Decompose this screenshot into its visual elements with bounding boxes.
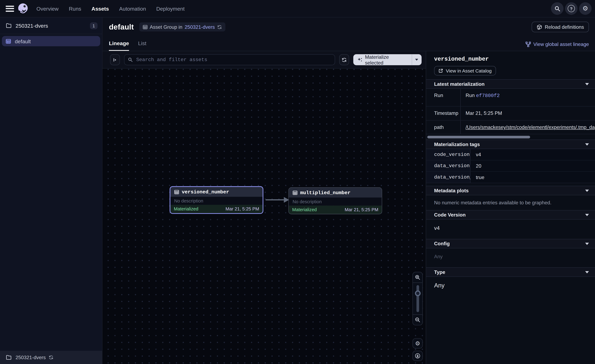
type-value: Any <box>426 277 595 297</box>
asset-details-panel: versioned_number View in Asset Catalog L… <box>426 51 595 364</box>
zoom-slider-thumb[interactable] <box>415 290 420 296</box>
asset-group-icon <box>6 38 11 44</box>
sidebar-footer-label: 250321-dvers <box>16 355 46 360</box>
lineage-toolbar: Materialize selected <box>102 51 426 69</box>
sidebar-group-count-badge: 1 <box>90 22 98 29</box>
sync-icon[interactable] <box>48 355 53 360</box>
table-row: data_version_is_user_provided true <box>426 172 595 183</box>
tab-lineage[interactable]: Lineage <box>109 40 129 51</box>
search-button[interactable] <box>551 2 563 15</box>
view-in-asset-catalog-button[interactable]: View in Asset Catalog <box>434 66 496 76</box>
download-graph-button[interactable] <box>412 351 423 361</box>
badge-group-link[interactable]: 250321-dvers <box>185 24 215 30</box>
page-title: default <box>109 22 134 31</box>
chevron-down-icon <box>585 271 589 273</box>
table-icon <box>142 25 148 29</box>
run-id-link[interactable]: ef7800f2 <box>476 93 500 98</box>
asset-node-multiplied-number[interactable]: multiplied_number No description Materia… <box>288 187 382 214</box>
external-link-icon <box>438 68 443 73</box>
search-icon <box>128 57 133 62</box>
code-version-value: v4 <box>426 219 595 239</box>
lineage-canvas[interactable]: versioned_number No description Material… <box>102 69 426 364</box>
config-value: Any <box>426 248 595 267</box>
sync-icon <box>342 57 347 62</box>
table-row: Timestamp Mar 21, 5:25 PM <box>426 106 595 121</box>
refresh-graph-button[interactable] <box>340 54 349 65</box>
panel-expand-icon <box>112 57 118 62</box>
zoom-slider-track <box>416 285 419 312</box>
lineage-graph-icon <box>525 42 531 47</box>
asset-node-timestamp: Mar 21, 5:25 PM <box>345 207 378 212</box>
nav-links: Overview Runs Assets Automation Deployme… <box>36 6 185 12</box>
section-code-version[interactable]: Code Version <box>426 210 595 220</box>
settings-button[interactable]: ⚙ <box>579 2 592 15</box>
chevron-down-icon <box>415 59 418 61</box>
badge-prefix: Asset Group in <box>150 24 183 30</box>
chevron-down-icon <box>585 242 589 245</box>
help-button[interactable]: ? <box>565 2 577 15</box>
reload-definitions-button[interactable]: Reload definitions <box>531 21 589 32</box>
nav-item-automation[interactable]: Automation <box>119 6 146 12</box>
zoom-controls <box>412 272 423 325</box>
view-tabs: Lineage List <box>109 40 147 51</box>
top-navbar: Overview Runs Assets Automation Deployme… <box>0 0 595 17</box>
asset-node-timestamp: Mar 21, 5:25 PM <box>226 206 259 211</box>
materialize-selected-button[interactable]: Materialize selected <box>354 54 422 65</box>
graph-settings-button[interactable]: ⚙ <box>412 338 423 349</box>
zoom-slider[interactable] <box>413 282 422 315</box>
sidebar-item-default[interactable]: default <box>2 36 100 46</box>
table-row: path /Users/smackesey/stm/code/elementl/… <box>426 121 595 134</box>
search-icon <box>554 6 560 12</box>
nav-item-deployment[interactable]: Deployment <box>156 6 185 12</box>
asset-search-box[interactable] <box>124 54 335 65</box>
zoom-out-button[interactable] <box>413 315 422 325</box>
dagster-logo-icon[interactable] <box>17 3 29 14</box>
nav-item-overview[interactable]: Overview <box>36 6 59 12</box>
sparkles-icon <box>358 57 362 62</box>
asset-group-badge: Asset Group in 250321-dvers <box>139 22 226 31</box>
tab-list[interactable]: List <box>138 40 146 51</box>
chevron-down-icon <box>585 143 589 146</box>
zoom-in-button[interactable] <box>413 272 422 283</box>
collapse-panel-button[interactable] <box>110 54 120 65</box>
asset-node-status: Materialized <box>292 207 317 212</box>
table-row: code_version v4 <box>426 149 595 161</box>
table-icon <box>292 190 298 195</box>
view-global-asset-lineage-link[interactable]: View global asset lineage <box>525 42 589 47</box>
asset-node-versioned-number[interactable]: versioned_number No description Material… <box>170 186 263 214</box>
materialize-dropdown-button[interactable] <box>412 54 421 65</box>
asset-node-description: No description <box>170 197 263 205</box>
app-window: Overview Runs Assets Automation Deployme… <box>0 0 595 364</box>
sidebar-group-name: 250321-dvers <box>16 22 48 28</box>
zoom-out-icon <box>415 317 420 322</box>
path-link[interactable]: /Users/smackesey/stm/code/elementl/exper… <box>466 124 595 130</box>
gear-icon: ⚙ <box>582 5 588 13</box>
section-config[interactable]: Config <box>426 239 595 248</box>
sidebar-footer[interactable]: 250321-dvers <box>0 351 102 364</box>
asset-groups-sidebar: 250321-dvers 1 default 250321-dvers <box>0 17 102 364</box>
search-input[interactable] <box>135 56 331 63</box>
asset-node-name: multiplied_number <box>300 190 350 196</box>
asset-node-description: No description <box>289 198 382 206</box>
table-row: Run Run ef7800f2 <box>426 89 595 106</box>
chevron-down-icon <box>585 189 589 192</box>
section-materialization-tags[interactable]: Materialization tags <box>426 140 595 149</box>
chevron-down-icon <box>585 83 589 85</box>
zoom-in-icon <box>415 274 420 280</box>
nav-item-runs[interactable]: Runs <box>69 6 81 12</box>
asset-node-status: Materialized <box>174 206 198 211</box>
sidebar-group-row[interactable]: 250321-dvers 1 <box>0 17 102 34</box>
section-latest-materialization[interactable]: Latest materialization <box>426 79 595 89</box>
sync-icon[interactable] <box>217 25 222 29</box>
table-icon <box>174 189 179 194</box>
section-metadata-plots[interactable]: Metadata plots <box>426 186 595 195</box>
chevron-down-icon <box>585 214 589 216</box>
reload-cube-icon <box>536 24 542 30</box>
nav-item-assets[interactable]: Assets <box>92 6 109 12</box>
table-row: data_version 20 <box>426 161 595 172</box>
page-header: default Asset Group in 250321-dvers <box>102 17 595 51</box>
section-type[interactable]: Type <box>426 267 595 277</box>
hamburger-menu-icon[interactable] <box>6 6 14 12</box>
horizontal-scrollbar[interactable] <box>427 136 530 138</box>
help-icon: ? <box>568 5 575 12</box>
